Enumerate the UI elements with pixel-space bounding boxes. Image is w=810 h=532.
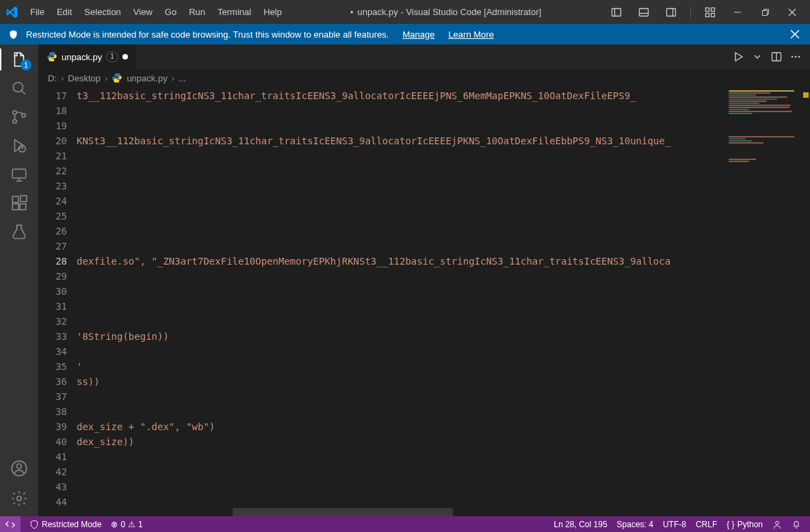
svg-rect-7 bbox=[711, 8, 715, 11]
tab-unpack-py[interactable]: unpack.py 1 bbox=[38, 44, 137, 69]
status-restricted-label: Restricted Mode bbox=[42, 520, 101, 529]
python-file-icon bbox=[47, 51, 57, 62]
banner-close-icon[interactable] bbox=[788, 29, 802, 39]
svg-rect-4 bbox=[667, 8, 676, 16]
banner-manage-link[interactable]: Manage bbox=[402, 29, 434, 40]
menu-terminal[interactable]: Terminal bbox=[212, 4, 257, 20]
svg-point-33 bbox=[50, 53, 51, 54]
tab-dirty-dot-icon bbox=[122, 54, 128, 59]
menu-edit[interactable]: Edit bbox=[51, 4, 77, 20]
activity-extensions-icon[interactable] bbox=[10, 194, 29, 213]
svg-point-40 bbox=[776, 521, 779, 524]
activity-sourcecontrol-icon[interactable] bbox=[10, 107, 29, 127]
run-dropdown-icon[interactable] bbox=[750, 49, 765, 64]
editor-horizontal-scrollbar[interactable] bbox=[77, 508, 725, 516]
status-feedback-icon[interactable] bbox=[768, 516, 787, 532]
window-minimize-icon[interactable] bbox=[725, 2, 750, 23]
title-right-controls bbox=[604, 2, 805, 23]
tab-row: unpack.py 1 bbox=[38, 44, 810, 69]
svg-rect-27 bbox=[20, 204, 26, 210]
shield-icon bbox=[8, 29, 19, 40]
menu-go[interactable]: Go bbox=[159, 4, 182, 20]
layout-sidebar-right-icon[interactable] bbox=[659, 2, 683, 23]
dirty-dot-icon: ● bbox=[350, 9, 354, 15]
activity-settings-gear-icon[interactable] bbox=[10, 489, 29, 508]
remote-indicator[interactable] bbox=[0, 516, 21, 532]
status-linecol[interactable]: Ln 28, Col 195 bbox=[549, 516, 612, 532]
svg-line-17 bbox=[21, 90, 25, 94]
tab-problem-count: 1 bbox=[106, 51, 118, 62]
chevron-right-icon: › bbox=[61, 73, 64, 83]
tab-label: unpack.py bbox=[62, 52, 102, 62]
code-text[interactable]: t3__112basic_stringIcNS3_11char_traitsIc… bbox=[77, 87, 725, 516]
status-errors-count: 0 bbox=[120, 520, 125, 529]
bc-seg-drive[interactable]: D: bbox=[48, 73, 57, 83]
bc-seg-desktop[interactable]: Desktop bbox=[68, 73, 101, 83]
svg-rect-28 bbox=[21, 196, 27, 202]
layout-sidebar-left-icon[interactable] bbox=[604, 2, 629, 23]
bc-seg-file[interactable]: unpack.py bbox=[127, 73, 167, 83]
activity-search-icon[interactable] bbox=[10, 79, 29, 98]
status-encoding[interactable]: UTF-8 bbox=[658, 516, 691, 532]
main-area: 1 bbox=[0, 44, 810, 516]
restricted-mode-banner: Restricted Mode is intended for safe cod… bbox=[0, 24, 810, 44]
line-number-gutter: 1718192021222324252627282930313233343536… bbox=[38, 87, 77, 516]
menu-help[interactable]: Help bbox=[258, 4, 287, 20]
svg-point-37 bbox=[792, 56, 794, 58]
activity-explorer-icon[interactable]: 1 bbox=[10, 50, 29, 69]
svg-rect-22 bbox=[12, 169, 26, 178]
svg-rect-11 bbox=[763, 10, 768, 15]
run-file-icon[interactable] bbox=[731, 49, 746, 64]
banner-learn-more-link[interactable]: Learn More bbox=[448, 29, 493, 40]
svg-rect-2 bbox=[640, 8, 649, 16]
status-eol[interactable]: CRLF bbox=[691, 516, 722, 532]
menu-file[interactable]: File bbox=[25, 4, 50, 20]
banner-message: Restricted Mode is intended for safe cod… bbox=[26, 29, 389, 40]
svg-point-18 bbox=[13, 111, 16, 114]
python-file-icon bbox=[112, 72, 122, 83]
activity-testing-icon[interactable] bbox=[10, 222, 29, 241]
editor-more-icon[interactable] bbox=[788, 49, 803, 64]
svg-rect-25 bbox=[12, 196, 18, 202]
overview-ruler[interactable] bbox=[800, 87, 810, 516]
chevron-right-icon: › bbox=[172, 73, 174, 83]
status-language-label: Python bbox=[737, 520, 763, 529]
svg-rect-8 bbox=[706, 13, 709, 16]
breadcrumb[interactable]: D: › Desktop › unpack.py › ... bbox=[38, 69, 810, 87]
window-title-text: unpack.py - Visual Studio Code [Administ… bbox=[358, 7, 542, 17]
warnings-icon: ⚠ bbox=[128, 520, 135, 529]
status-spaces[interactable]: Spaces: 4 bbox=[612, 516, 658, 532]
svg-point-34 bbox=[53, 59, 53, 60]
vscode-logo-icon bbox=[5, 6, 18, 18]
braces-icon: { } bbox=[727, 520, 734, 529]
status-notifications-icon[interactable] bbox=[787, 516, 806, 532]
scrollbar-thumb[interactable] bbox=[233, 508, 453, 516]
split-editor-icon[interactable] bbox=[769, 49, 784, 64]
minimap[interactable] bbox=[725, 87, 800, 516]
status-restricted-mode[interactable]: Restricted Mode bbox=[25, 516, 106, 532]
layout-panel-icon[interactable] bbox=[631, 2, 656, 23]
status-problems[interactable]: ⊗ 0 ⚠ 1 bbox=[106, 516, 147, 532]
title-bar: File Edit Selection View Go Run Terminal… bbox=[0, 0, 810, 24]
svg-rect-26 bbox=[12, 204, 18, 210]
svg-rect-0 bbox=[612, 8, 621, 16]
menu-selection[interactable]: Selection bbox=[79, 4, 126, 20]
bc-seg-symbol[interactable]: ... bbox=[179, 73, 186, 83]
svg-rect-6 bbox=[706, 8, 709, 11]
status-warnings-count: 1 bbox=[138, 520, 143, 529]
menu-view[interactable]: View bbox=[128, 4, 158, 20]
status-language[interactable]: { } Python bbox=[722, 516, 768, 532]
editor-zone: unpack.py 1 D: › bbox=[38, 44, 810, 516]
window-restore-icon[interactable] bbox=[753, 2, 777, 23]
editor-actions bbox=[724, 44, 810, 69]
svg-point-31 bbox=[17, 464, 22, 468]
activity-run-debug-icon[interactable] bbox=[10, 136, 29, 155]
menu-run[interactable]: Run bbox=[183, 4, 211, 20]
window-close-icon[interactable] bbox=[780, 2, 805, 23]
status-bar: Restricted Mode ⊗ 0 ⚠ 1 Ln 28, Col 195 S… bbox=[0, 516, 810, 532]
customize-layout-icon[interactable] bbox=[698, 2, 722, 23]
activity-accounts-icon[interactable] bbox=[10, 459, 29, 478]
divider bbox=[690, 6, 691, 18]
activity-remote-explorer-icon[interactable] bbox=[10, 165, 29, 184]
editor-body[interactable]: 1718192021222324252627282930313233343536… bbox=[38, 87, 810, 516]
